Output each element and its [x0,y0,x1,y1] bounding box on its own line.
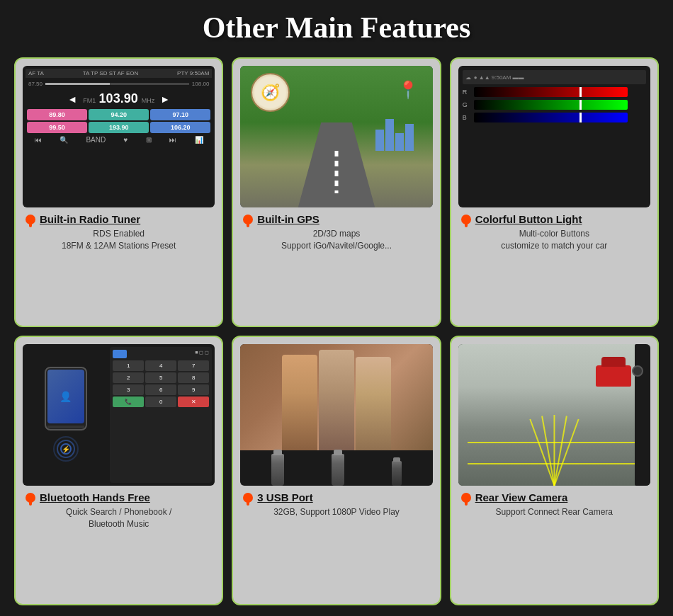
g-swatches [642,100,646,110]
gps-buildings [375,119,414,151]
gps-screen: 🧭 📍 [240,66,432,207]
preset-6[interactable]: 106.20 [150,122,210,133]
card-bluetooth: 👤 ⚡ ■ ◻ [14,336,223,605]
bt-key-8[interactable]: 6 [145,384,176,395]
radio-freq-value: 103.90 [99,91,142,105]
r-slider[interactable] [474,87,628,97]
colorbutton-label: Colorful Button Light [458,213,582,225]
bt-left-panel: 👤 ⚡ [26,347,106,483]
color-screen-top-bar: ☁ ● ▲▲ 9:50AM ▬▬ [463,70,646,84]
bt-action-row: 📞 0 ✕ [113,397,209,407]
bt-screen: 👤 ⚡ ■ ◻ [23,344,215,486]
radio-screen: AF TA TA TP SD ST AF EON PTY 9:50AM 87.5… [23,66,215,207]
bluetooth-desc: Quick Search / Phonebook / Bluetooth Mus… [66,506,171,530]
bt-phone-screen: 👤 [47,370,84,423]
usb-drive-2 [332,454,344,486]
radio-ctrl-5[interactable]: ⊞ [146,136,152,144]
g-channel-row: G [463,100,646,110]
cam-bg [458,344,650,486]
gps-pin-icon: 📍 [397,80,419,100]
bt-key-2[interactable]: 4 [145,360,176,371]
colorbutton-desc-line2: customize to match your car [501,241,607,251]
usb-person-2 [319,350,354,451]
bt-key-4[interactable]: 2 [113,372,144,383]
usb-desc-line1: 32GB, Support 1080P Video Play [273,507,400,517]
bt-key-9[interactable]: 9 [178,384,209,395]
card-radio: AF TA TA TP SD ST AF EON PTY 9:50AM 87.5… [14,57,223,327]
cam-line-1 [529,419,555,486]
bt-waves: ⚡ [52,435,80,463]
colorbutton-title: Colorful Button Light [475,213,582,225]
g-label: G [463,101,471,108]
cam-device-knob [632,365,643,377]
radio-desc-line1: RDS Enabled [93,229,145,239]
bt-top-row: ■ ◻ ◻ [113,350,209,358]
usb-drive-3 [392,461,402,486]
bt-phone-bar [47,426,84,428]
cam-h-line-1 [468,442,640,443]
camera-desc: Support Connect Rear Camera [496,506,613,518]
radio-af-label: AF TA [28,70,44,76]
cam-device-bezel [635,344,650,486]
radio-ctrl-2[interactable]: 🔍 [60,136,68,144]
radio-ctrl-3[interactable]: BAND [86,136,106,144]
preset-3[interactable]: 97.10 [150,109,210,120]
radio-ctrl-4[interactable]: ♥ [124,136,128,144]
b-swatches [642,113,646,122]
camera-desc-line1: Support Connect Rear Camera [496,507,613,517]
radio-freq-info: FM1 103.90 MHz [83,91,154,106]
preset-2[interactable]: 94.20 [89,109,149,120]
preset-5[interactable]: 193.90 [89,122,149,133]
usb-screen [240,344,432,486]
bt-key-1[interactable]: 1 [113,360,144,371]
preset-1[interactable]: 89.80 [27,109,87,120]
bt-indicator [113,350,127,358]
color-screen: ☁ ● ▲▲ 9:50AM ▬▬ R [458,66,650,207]
colorbutton-bullet-icon [461,215,471,224]
main-page: Other Main Features AF TA TA TP SD ST AF… [0,0,673,616]
colorbutton-desc: Multi-color Buttons customize to match y… [501,228,607,252]
cam-h-line-2 [468,463,640,464]
bt-key-5[interactable]: 5 [145,372,176,383]
gps-desc: 2D/3D maps Support iGo/Navitel/Google... [281,228,392,252]
card-colorbutton: ☁ ● ▲▲ 9:50AM ▬▬ R [450,57,659,327]
radio-ctrl-7[interactable]: 📊 [195,136,203,144]
building-4 [405,124,414,151]
usb-drives [240,450,432,486]
usb-desc: 32GB, Support 1080P Video Play [273,506,400,518]
preset-4[interactable]: 99.50 [27,122,87,133]
radio-presets: 89.80 94.20 97.10 99.50 193.90 106.20 [26,109,212,133]
radio-next-icon[interactable]: ► [160,93,170,105]
bt-symbol: ⚡ [62,445,70,453]
g-slider[interactable] [474,100,628,110]
bt-0-btn[interactable]: 0 [145,397,176,407]
r-slider-handle [579,87,582,97]
page-title: Other Main Features [203,11,471,45]
r-swatches [642,87,646,97]
gps-road-lines [334,151,338,193]
bt-key-6[interactable]: 8 [178,372,209,383]
bluetooth-desc-line2: Bluetooth Music [89,519,149,529]
gps-desc-line2: Support iGo/Navitel/Google... [281,241,392,251]
bluetooth-label: Bluetooth Hands Free [23,491,150,503]
usb-bullet-icon [243,493,253,503]
g-slider-handle [579,100,582,110]
bt-call-btn[interactable]: 📞 [113,397,144,407]
b-slider[interactable] [474,113,628,122]
radio-prev-icon[interactable]: ◄ [67,93,77,105]
gps-compass-icon: 🧭 [251,73,290,112]
bt-key-7[interactable]: 3 [113,384,144,395]
building-1 [375,130,384,151]
radio-ctrl-6[interactable]: ⏭ [169,136,176,144]
usb-person-3 [356,357,391,450]
radio-ctrl-1[interactable]: ⏮ [35,136,42,144]
bt-end-btn[interactable]: ✕ [178,397,209,407]
bt-numpad: 1 4 7 2 5 8 3 6 9 [113,360,209,395]
radio-desc-line2: 18FM & 12AM Stations Preset [62,241,176,251]
cam-car [596,365,631,387]
bt-key-3[interactable]: 7 [178,360,209,371]
radio-status: TA TP SD ST AF EON [83,70,139,76]
bt-phone-content: 👤 [60,391,72,402]
radio-controls: ⏮ 🔍 BAND ♥ ⊞ ⏭ 📊 [26,133,212,145]
radio-bullet-icon [26,215,35,224]
